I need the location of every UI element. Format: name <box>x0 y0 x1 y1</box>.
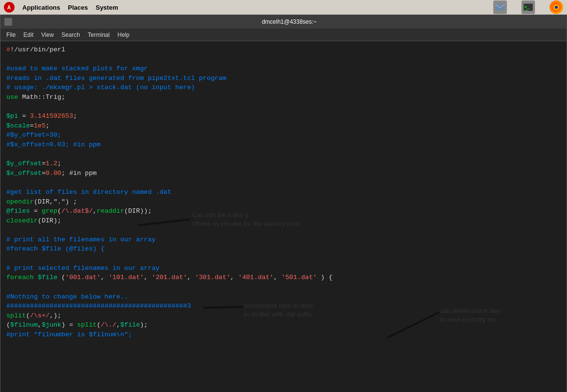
split-kw: split <box>6 312 26 319</box>
blank-4 <box>6 178 561 188</box>
line-comment3: # usage: ./mkxmgr.pl > stack.dat (no inp… <box>6 83 561 93</box>
menu-search[interactable]: Search <box>58 31 84 39</box>
line-getlist: #get list of files in directory named .d… <box>6 188 561 197</box>
blank-2 <box>6 102 561 112</box>
line-hash: ########################################… <box>6 301 561 311</box>
files-var: @files <box>6 207 30 215</box>
yoffset-var: $y_offset <box>6 160 42 167</box>
pi-semi: ; <box>73 112 77 120</box>
opendir-kw: opendir <box>6 198 34 205</box>
blank-5 <box>6 225 561 235</box>
yoffset-val: 1.2 <box>46 160 57 167</box>
line-use: use Math::Trig; <box>6 93 561 102</box>
line-split: split(/\s+/,); <box>6 311 561 321</box>
split2-kw: split <box>77 321 97 329</box>
split2-rest: , <box>116 321 120 329</box>
title-bar-icon <box>4 18 12 26</box>
firefox-icon[interactable] <box>550 0 563 14</box>
line-comment2: #reads in .dat files generated from pipe… <box>6 74 561 83</box>
file-var: $file <box>38 274 58 281</box>
line-files: @files = grep(/\.dat$/,readdir(DIR)); <box>6 206 561 216</box>
svg-text:A: A <box>7 5 11 10</box>
menu-terminal[interactable]: Terminal <box>84 31 113 39</box>
system-bar: A Applications Places System _>_ <box>0 0 567 15</box>
line-printfilnum: #print "filnumber is $filnum\n"; <box>6 330 561 340</box>
yoffset-semi: ; <box>57 160 61 167</box>
email-icon[interactable] <box>493 0 507 14</box>
menu-places[interactable]: Places <box>68 4 88 11</box>
line-splitfile: ($filnum,$junk) = split(/\./,$file); <box>6 320 561 330</box>
line-shebang: #!/usr/bin/perl <box>6 45 561 55</box>
junk-var: $junk <box>42 321 62 329</box>
menu-edit[interactable]: Edit <box>19 31 37 39</box>
xoffset-val: 0.00 <box>46 170 61 177</box>
readdir-rest: (DIR)); <box>124 207 152 215</box>
line-yoffset: $y_offset=1.2; <box>6 159 561 169</box>
menu-view[interactable]: View <box>37 31 58 39</box>
file2: '101.dat' <box>109 274 144 281</box>
split-regex: /\s+/ <box>30 312 50 319</box>
line-pi: $pi = 3.141592653; <box>6 111 561 121</box>
comma2: , <box>144 274 152 281</box>
line-foreach-comment: #foreach $file (@files) { <box>6 244 561 254</box>
file-var2: $file <box>120 321 140 329</box>
comma-split: , <box>38 321 42 329</box>
shebang-hash: # <box>6 46 10 53</box>
line-closedir: closedir(DIR); <box>6 216 561 226</box>
menu-help[interactable]: Help <box>113 31 133 39</box>
line-comment-xoffset: #$x_offset=0.03; #in ppm <box>6 140 561 150</box>
scale-val: 1e5 <box>34 122 46 129</box>
menu-system[interactable]: System <box>96 4 118 11</box>
terminal-icon[interactable]: _>_ <box>521 0 535 14</box>
app-icon: A <box>4 2 15 13</box>
file1: '001.dat' <box>65 274 101 281</box>
blank-1 <box>6 55 561 64</box>
foreach-var <box>34 274 38 281</box>
closedir-rest: (DIR); <box>38 217 62 224</box>
system-bar-left: A Applications Places System <box>4 2 118 13</box>
line-nothing: #Nothing to change below here.. <box>6 292 561 302</box>
opendir-rest: (DIR,".") ; <box>34 198 77 205</box>
svg-rect-2 <box>496 4 504 11</box>
title-bar-text: dmcelh1@4338ses:~ <box>16 18 563 25</box>
paren-eq: ) = <box>61 321 77 329</box>
comma3: , <box>187 274 195 281</box>
yoffset-eq: = <box>42 160 46 167</box>
menu-applications[interactable]: Applications <box>22 4 60 11</box>
line-printall: # print all the filenames in our array <box>6 235 561 245</box>
system-bar-right: _>_ <box>493 0 563 14</box>
menu-bar: File Edit View Search Terminal Help <box>0 29 567 41</box>
grep-kw: grep <box>42 207 57 215</box>
xoffset-rest: ; #in ppm <box>61 170 97 177</box>
foreach-kw: foreach <box>6 274 34 281</box>
line-printselected: # print selected filenames in our array <box>6 264 561 273</box>
file4: '301.dat' <box>195 274 230 281</box>
svg-point-8 <box>555 6 558 9</box>
code-area[interactable]: #!/usr/bin/perl #used to make stacked pl… <box>0 41 567 392</box>
line-xoffset: $x_offset=0.00; #in ppm <box>6 169 561 178</box>
pi-var: $pi <box>6 112 18 120</box>
files-eq: = <box>30 207 42 215</box>
closedir-kw: closedir <box>6 217 38 224</box>
split2-close: ); <box>140 321 148 329</box>
scale-semi: ; <box>46 122 49 129</box>
line-foreach: foreach $file ('001.dat', '101.dat', '20… <box>6 273 561 282</box>
paren-open: ( <box>6 321 10 329</box>
comma4: , <box>230 274 238 281</box>
pi-val: 3.141592653 <box>30 112 73 120</box>
split-open: ( <box>26 312 30 319</box>
shebang-rest: !/usr/bin/perl <box>10 46 65 53</box>
terminal-window: dmcelh1@4338ses:~ File Edit View Search … <box>0 15 567 392</box>
comma1: , <box>100 274 108 281</box>
file6: '501.dat' <box>281 274 317 281</box>
foreach-close: ) { <box>317 274 332 281</box>
svg-text:>_: >_ <box>524 4 530 9</box>
blank-7 <box>6 282 561 292</box>
menu-file[interactable]: File <box>2 31 19 39</box>
split2-regex: /\./ <box>100 321 116 329</box>
filnum-var: $filnum <box>10 321 38 329</box>
readdir-kw: readdir <box>97 207 124 215</box>
scale-var: $scale <box>6 122 30 129</box>
line-comment-yoffset: #$y_offset=30; <box>6 130 561 140</box>
grep-regex: /\.dat$/ <box>61 207 93 215</box>
